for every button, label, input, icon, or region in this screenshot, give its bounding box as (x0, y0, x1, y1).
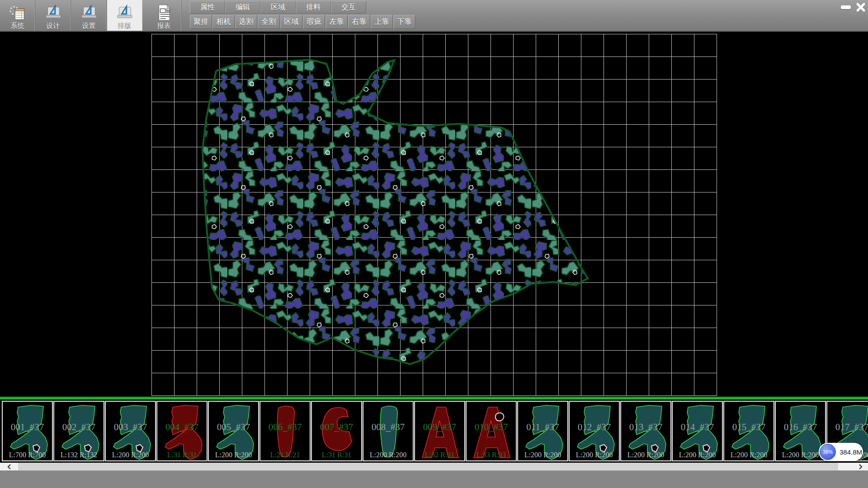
menu-row-1: 属性编辑区域排料交互 (190, 1, 366, 14)
piece-lr-label: L:200 R:200 (570, 451, 619, 459)
thumbnail-cell[interactable]: 003_#37L:200 R:200 (105, 401, 156, 461)
menu-tool-item-7[interactable]: 右靠 (348, 15, 370, 29)
document-report-icon (156, 4, 173, 22)
thumbnail-cell[interactable]: 007_#37L:31 R:31 (311, 401, 362, 461)
nesting-app-window: 系统 设计 设置 (0, 0, 868, 488)
piece-lr-label: L:32 R:31 (415, 451, 464, 459)
thumbnail-cell[interactable]: 008_#37L:200 R:200 (363, 401, 414, 461)
piece-id-label: 002_#37 (54, 422, 104, 433)
thumbnail-cell[interactable]: 001_#37L:700 R:700 (2, 401, 53, 461)
piece-lr-label: L:200 R:200 (106, 451, 155, 459)
piece-lr-label: L:200 R:200 (776, 451, 825, 459)
piece-id-label: 008_#37 (363, 422, 413, 433)
close-button[interactable] (854, 1, 868, 14)
green-separator-line (0, 397, 868, 399)
piece-id-label: 005_#37 (209, 422, 258, 433)
tab-nesting-label: 排版 (118, 22, 132, 29)
thumbnail-cell[interactable]: 013_#37L:200 R:200 (620, 401, 671, 461)
menu-tool-item-2[interactable]: 选割 (235, 15, 257, 29)
tab-settings-label: 设置 (82, 22, 96, 29)
menu-tool-item-9[interactable]: 下靠 (393, 15, 415, 29)
menu-tool-item-0[interactable]: 聚排 (190, 15, 212, 29)
menu-tool-item-1[interactable]: 相机 (212, 15, 235, 29)
set-square-laptop-icon (45, 4, 62, 22)
minus-bar-icon (841, 5, 851, 9)
tab-system-label: 系统 (11, 22, 24, 29)
piece-lr-label: L:31 R:31 (157, 451, 207, 459)
gear-notebook-icon (9, 4, 26, 22)
tab-design-label: 设计 (47, 22, 60, 29)
menu-tool-item-5[interactable]: 瑕疵 (303, 15, 325, 29)
thumbnail-cell[interactable]: 012_#37L:200 R:200 (569, 401, 620, 461)
piece-lr-label: L:200 R:200 (363, 451, 413, 459)
tab-report[interactable]: 报表 (146, 0, 182, 31)
menu-top-item-4[interactable]: 交互 (331, 1, 366, 14)
piece-id-label: 014_#37 (673, 422, 722, 433)
piece-lr-label: L:31 R:31 (312, 451, 361, 459)
piece-id-label: 015_#37 (724, 422, 774, 433)
piece-id-label: 009_#37 (415, 422, 464, 433)
menu-top-item-3[interactable]: 排料 (296, 1, 331, 14)
tab-design[interactable]: 设计 (36, 0, 71, 31)
nesting-canvas[interactable] (151, 34, 717, 396)
piece-lr-label: L:200 R:200 (518, 451, 567, 459)
piece-lr-label: L:200 R:200 (673, 451, 722, 459)
piece-id-label: 012_#37 (570, 422, 619, 433)
tab-system[interactable]: 系统 (0, 0, 35, 31)
leather-hide-outline[interactable] (203, 60, 588, 364)
piece-lr-label: L:33 R:33 (467, 451, 516, 459)
piece-lr-label: L:700 R:700 (3, 451, 52, 459)
scroll-left-button[interactable] (0, 463, 18, 470)
piece-id-label: 016_#37 (776, 422, 825, 433)
thumbnail-cell[interactable]: 011_#37L:200 R:200 (517, 401, 568, 461)
piece-id-label: 010_#37 (467, 422, 516, 433)
menu-top-item-1[interactable]: 编辑 (225, 1, 260, 14)
menu-top-item-2[interactable]: 区域 (260, 1, 296, 14)
piece-lr-label: L:200 R:200 (621, 451, 670, 459)
piece-id-label: 004_#37 (157, 422, 207, 433)
piece-id-label: 001_#37 (3, 422, 52, 433)
piece-id-label: 013_#37 (621, 422, 670, 433)
top-toolbar: 系统 设计 设置 (0, 0, 868, 32)
menu-top-item-0[interactable]: 属性 (190, 1, 225, 14)
tab-nesting[interactable]: 排版 (107, 0, 142, 31)
set-square-laptop-icon (80, 4, 98, 22)
thumbnail-cell[interactable]: 014_#37L:200 R:200 (672, 401, 723, 461)
horizontal-scrollbar[interactable] (0, 463, 868, 470)
piece-lr-label: L:132 R:132 (54, 451, 104, 459)
thumbnail-cell[interactable]: 010_#37L:33 R:33 (466, 401, 517, 461)
thumbnail-cell[interactable]: 015_#37L:200 R:200 (723, 401, 774, 461)
piece-lr-label: L:200 R:200 (724, 451, 774, 459)
piece-id-label: 017_#37 (827, 422, 868, 433)
thumbnail-cell[interactable]: 006_#37L:21 R:21 (259, 401, 311, 461)
thumbnail-cell[interactable]: 009_#37L:32 R:31 (414, 401, 465, 461)
scroll-right-button[interactable] (838, 463, 868, 470)
memory-usage-bubble[interactable]: 38% 384.8M (819, 443, 863, 461)
piece-lr-label: L:21 R:21 (260, 451, 310, 459)
piece-id-label: 003_#37 (106, 422, 155, 433)
menu-tool-item-3[interactable]: 全割 (258, 15, 280, 29)
hide-nest-layout (151, 34, 717, 396)
memory-size-label: 384.8M (840, 448, 862, 456)
menu-tool-item-8[interactable]: 上靠 (371, 15, 393, 29)
status-bar (0, 470, 868, 488)
chevron-right-icon (859, 464, 863, 469)
thumbnail-cell[interactable]: 002_#37L:132 R:132 (53, 401, 104, 461)
piece-id-label: 006_#37 (260, 422, 310, 433)
chevron-left-icon (7, 464, 11, 469)
tab-settings[interactable]: 设置 (71, 0, 107, 31)
menu-tool-item-4[interactable]: 区域 (280, 15, 302, 29)
menu-tool-item-6[interactable]: 左靠 (326, 15, 348, 29)
piece-thumbnail-strip[interactable]: 001_#37L:700 R:700002_#37L:132 R:132003_… (0, 400, 868, 463)
workspace (0, 32, 868, 397)
menu-row-2: 聚排相机选割全割区域瑕疵左靠右靠上靠下靠 (190, 15, 416, 29)
piece-id-label: 011_#37 (518, 422, 567, 433)
thumbnail-cell[interactable]: 004_#37L:31 R:31 (156, 401, 208, 461)
minimize-button[interactable] (840, 2, 852, 12)
memory-percent-badge: 38% (820, 444, 836, 460)
set-square-laptop-icon (116, 4, 133, 22)
piece-id-label: 007_#37 (312, 422, 361, 433)
close-icon (856, 2, 866, 12)
piece-lr-label: L:200 R:200 (209, 451, 258, 459)
thumbnail-cell[interactable]: 005_#37L:200 R:200 (208, 401, 259, 461)
